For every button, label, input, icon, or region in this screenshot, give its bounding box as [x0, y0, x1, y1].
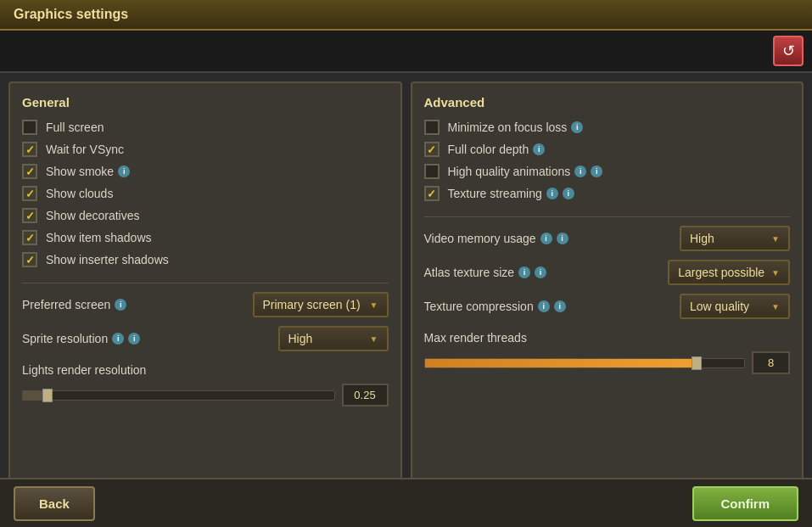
sprite-res-label: Sprite resolution i i	[22, 332, 140, 345]
preferred-screen-label: Preferred screen i	[22, 298, 126, 311]
title-bar: Graphics settings	[0, 0, 812, 31]
preferred-screen-value: Primary screen (1)	[263, 298, 361, 311]
general-title: General	[22, 95, 389, 109]
checkbox-decoratives[interactable]: ✓	[22, 208, 37, 223]
preferred-screen-dropdown[interactable]: Primary screen (1) ▼	[253, 292, 389, 317]
video-memory-label: Video memory usage i i	[424, 232, 568, 245]
label-full-color: Full color depth i	[448, 143, 546, 156]
reset-button[interactable]: ↺	[773, 36, 804, 66]
preferred-screen-arrow: ▼	[370, 300, 378, 310]
texture-streaming-info1[interactable]: i	[546, 188, 558, 199]
sprite-res-value: High	[288, 332, 313, 345]
reset-icon: ↺	[782, 42, 795, 60]
label-minimize: Minimize on focus loss i	[448, 121, 584, 134]
lights-render-label: Lights render resolution	[22, 363, 389, 377]
sprite-res-arrow: ▼	[370, 334, 378, 344]
atlas-texture-label: Atlas texture size i i	[424, 266, 547, 279]
checkbox-row-vsync: ✓ Wait for VSync	[22, 142, 389, 157]
atlas-info1[interactable]: i	[518, 266, 530, 278]
atlas-texture-value: Largest possible	[678, 266, 764, 279]
hq-anim-info2[interactable]: i	[591, 165, 602, 177]
checkbox-row-hq-anim: High quality animations i i	[424, 164, 791, 179]
sprite-res-dropdown[interactable]: High ▼	[278, 326, 389, 351]
label-texture-streaming: Texture streaming i i	[448, 187, 574, 200]
checkbox-row-full-color: ✓ Full color depth i	[424, 142, 791, 157]
atlas-info2[interactable]: i	[535, 266, 546, 278]
video-mem-info1[interactable]: i	[540, 233, 552, 244]
video-memory-arrow: ▼	[771, 234, 780, 244]
label-decoratives: Show decoratives	[46, 209, 140, 222]
max-render-value: 8	[752, 351, 790, 374]
checkbox-clouds[interactable]: ✓	[22, 186, 37, 201]
texture-compression-label: Texture compression i i	[424, 300, 566, 313]
tex-comp-info1[interactable]: i	[538, 300, 550, 312]
checkbox-full-screen[interactable]	[22, 120, 37, 135]
minimize-info-icon[interactable]: i	[571, 121, 583, 133]
checkbox-row-smoke: ✓ Show smoke i	[22, 164, 389, 179]
max-render-threads-label: Max render threads	[424, 331, 791, 345]
checkbox-vsync[interactable]: ✓	[22, 142, 37, 157]
hq-anim-info1[interactable]: i	[574, 165, 586, 177]
texture-streaming-info2[interactable]: i	[563, 188, 574, 199]
preferred-screen-info-icon[interactable]: i	[115, 299, 126, 311]
video-memory-value: High	[690, 232, 714, 245]
checkbox-row-clouds: ✓ Show clouds	[22, 186, 389, 201]
lights-render-value: 0.25	[342, 384, 389, 406]
smoke-info-icon[interactable]: i	[118, 165, 130, 177]
atlas-texture-dropdown[interactable]: Largest possible ▼	[668, 260, 790, 285]
checkbox-inserter-shadows[interactable]: ✓	[22, 252, 37, 267]
label-smoke: Show smoke i	[46, 165, 130, 178]
texture-compression-dropdown[interactable]: Low quality ▼	[680, 294, 790, 319]
atlas-texture-arrow: ▼	[771, 268, 780, 278]
label-item-shadows: Show item shadows	[46, 231, 152, 244]
advanced-title: Advanced	[424, 95, 791, 109]
checkbox-row-full-screen: Full screen	[22, 120, 389, 135]
checkbox-texture-streaming[interactable]: ✓	[424, 186, 440, 201]
checkbox-smoke[interactable]: ✓	[22, 164, 37, 179]
label-inserter-shadows: Show inserter shadows	[46, 253, 169, 266]
tex-comp-info2[interactable]: i	[554, 300, 566, 312]
dialog-title: Graphics settings	[14, 7, 128, 21]
label-clouds: Show clouds	[46, 187, 113, 200]
checkbox-full-color[interactable]: ✓	[424, 142, 440, 157]
advanced-panel: Advanced Minimize on focus loss i ✓ Full…	[411, 81, 804, 502]
checkbox-hq-anim[interactable]	[424, 164, 440, 179]
label-hq-anim: High quality animations i i	[448, 165, 603, 178]
texture-compression-value: Low quality	[690, 300, 749, 313]
checkbox-row-texture-streaming: ✓ Texture streaming i i	[424, 186, 791, 201]
video-mem-info2[interactable]: i	[557, 233, 568, 244]
checkbox-row-item-shadows: ✓ Show item shadows	[22, 230, 389, 245]
checkbox-minimize[interactable]	[424, 120, 440, 135]
checkbox-row-minimize: Minimize on focus loss i	[424, 120, 791, 135]
sprite-res-info1[interactable]: i	[112, 333, 124, 345]
checkbox-item-shadows[interactable]: ✓	[22, 230, 37, 245]
label-vsync: Wait for VSync	[46, 143, 124, 156]
lights-render-slider-track[interactable]	[22, 390, 335, 401]
max-render-slider-track[interactable]	[424, 358, 746, 368]
lights-slider-thumb[interactable]	[42, 389, 53, 402]
bottom-bar: Back Confirm	[0, 478, 812, 527]
checkbox-row-decoratives: ✓ Show decoratives	[22, 208, 389, 223]
checkbox-row-inserter-shadows: ✓ Show inserter shadows	[22, 252, 389, 267]
general-panel: General Full screen ✓ Wait for VSync ✓ S…	[8, 81, 402, 502]
video-memory-dropdown[interactable]: High ▼	[680, 226, 790, 251]
back-button[interactable]: Back	[14, 486, 95, 521]
sprite-res-info2[interactable]: i	[128, 333, 140, 345]
full-color-info-icon[interactable]: i	[533, 143, 545, 155]
texture-compression-arrow: ▼	[771, 302, 780, 311]
label-full-screen: Full screen	[46, 121, 104, 134]
max-render-slider-thumb[interactable]	[692, 356, 702, 370]
confirm-button[interactable]: Confirm	[692, 486, 799, 521]
